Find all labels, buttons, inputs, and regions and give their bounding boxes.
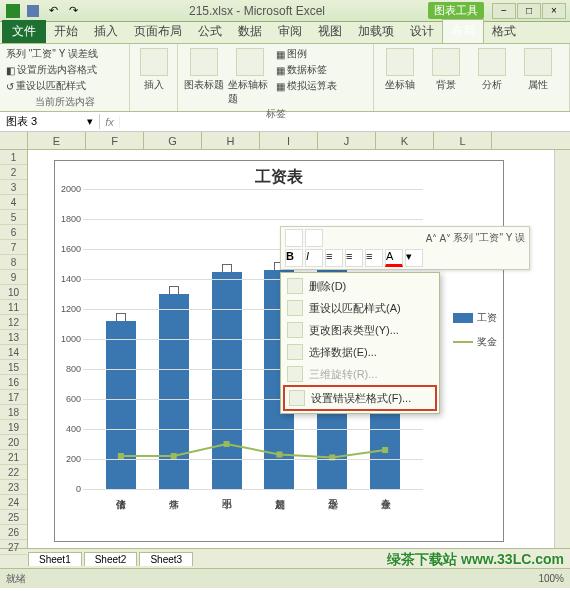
- row-header[interactable]: 22: [0, 465, 27, 480]
- excel-icon[interactable]: [4, 2, 22, 20]
- menu-change-chart-type[interactable]: 更改图表类型(Y)...: [283, 319, 437, 341]
- row-header[interactable]: 3: [0, 180, 27, 195]
- tab-format[interactable]: 格式: [484, 20, 524, 43]
- legend-button[interactable]: ▦图例: [274, 46, 339, 62]
- row-header[interactable]: 10: [0, 285, 27, 300]
- font-size-label: A˄: [426, 233, 438, 244]
- tab-page-layout[interactable]: 页面布局: [126, 20, 190, 43]
- menu-format-error-bars[interactable]: 设置错误栏格式(F)...: [283, 385, 437, 411]
- row-header[interactable]: 26: [0, 525, 27, 540]
- properties-button[interactable]: 属性: [516, 46, 560, 109]
- fx-label[interactable]: fx: [100, 116, 120, 128]
- legend-item[interactable]: 奖金: [453, 335, 497, 349]
- row-header[interactable]: 21: [0, 450, 27, 465]
- bold-button[interactable]: B: [285, 249, 303, 267]
- row-header[interactable]: 8: [0, 255, 27, 270]
- background-button[interactable]: 背景: [424, 46, 468, 109]
- row-header[interactable]: 19: [0, 420, 27, 435]
- menu-select-data[interactable]: 选择数据(E)...: [283, 341, 437, 363]
- redo-icon[interactable]: ↷: [64, 2, 82, 20]
- data-labels-button[interactable]: ▦数据标签: [274, 62, 339, 78]
- align-button[interactable]: ≡: [365, 249, 383, 267]
- row-header[interactable]: 2: [0, 165, 27, 180]
- tab-layout[interactable]: 布局: [442, 19, 484, 43]
- row-header[interactable]: 16: [0, 375, 27, 390]
- undo-icon[interactable]: ↶: [44, 2, 62, 20]
- sheet-tab[interactable]: Sheet2: [84, 552, 138, 566]
- maximize-button[interactable]: □: [517, 3, 541, 19]
- row-header[interactable]: 25: [0, 510, 27, 525]
- selection-dropdown[interactable]: 系列 "工资" Y 误差线: [4, 46, 100, 62]
- row-header[interactable]: 1: [0, 150, 27, 165]
- data-table-button[interactable]: ▦模拟运算表: [274, 78, 339, 94]
- chart-title[interactable]: 工资表: [55, 161, 503, 190]
- fill-color-button[interactable]: [285, 229, 303, 247]
- tab-view[interactable]: 视图: [310, 20, 350, 43]
- align-button[interactable]: ≡: [345, 249, 363, 267]
- vertical-scrollbar[interactable]: [554, 150, 570, 548]
- error-bar[interactable]: [116, 313, 126, 321]
- row-header[interactable]: 17: [0, 390, 27, 405]
- align-button[interactable]: ≡: [325, 249, 343, 267]
- menu-delete[interactable]: 删除(D): [283, 275, 437, 297]
- menu-reset-style[interactable]: 重设以匹配样式(A): [283, 297, 437, 319]
- row-header[interactable]: 12: [0, 315, 27, 330]
- row-header[interactable]: 27: [0, 540, 27, 555]
- save-icon[interactable]: [24, 2, 42, 20]
- row-header[interactable]: 4: [0, 195, 27, 210]
- col-header[interactable]: J: [318, 132, 376, 149]
- col-header[interactable]: I: [260, 132, 318, 149]
- row-header[interactable]: 15: [0, 360, 27, 375]
- format-selection-button[interactable]: ◧设置所选内容格式: [4, 62, 100, 78]
- reset-style-button[interactable]: ↺重设以匹配样式: [4, 78, 100, 94]
- bar[interactable]: [212, 272, 242, 490]
- bar[interactable]: [106, 321, 136, 489]
- row-header[interactable]: 13: [0, 330, 27, 345]
- col-header[interactable]: F: [86, 132, 144, 149]
- name-box[interactable]: 图表 3▾: [0, 114, 100, 129]
- select-all-corner[interactable]: [0, 132, 28, 149]
- axes-button[interactable]: 坐标轴: [378, 46, 422, 109]
- row-header[interactable]: 6: [0, 225, 27, 240]
- row-header[interactable]: 9: [0, 270, 27, 285]
- col-header[interactable]: G: [144, 132, 202, 149]
- italic-button[interactable]: I: [305, 249, 323, 267]
- tab-formulas[interactable]: 公式: [190, 20, 230, 43]
- file-tab[interactable]: 文件: [2, 20, 46, 43]
- col-header[interactable]: H: [202, 132, 260, 149]
- row-header[interactable]: 11: [0, 300, 27, 315]
- axis-title-icon: [236, 48, 264, 76]
- tab-insert[interactable]: 插入: [86, 20, 126, 43]
- col-header[interactable]: K: [376, 132, 434, 149]
- tab-data[interactable]: 数据: [230, 20, 270, 43]
- col-header[interactable]: E: [28, 132, 86, 149]
- legend-item[interactable]: 工资: [453, 311, 497, 325]
- row-header[interactable]: 20: [0, 435, 27, 450]
- row-header[interactable]: 24: [0, 495, 27, 510]
- more-button[interactable]: ▾: [405, 249, 423, 267]
- close-button[interactable]: ×: [542, 3, 566, 19]
- tab-home[interactable]: 开始: [46, 20, 86, 43]
- outline-button[interactable]: [305, 229, 323, 247]
- analysis-button[interactable]: 分析: [470, 46, 514, 109]
- error-bar[interactable]: [169, 286, 179, 294]
- row-header[interactable]: 7: [0, 240, 27, 255]
- font-color-button[interactable]: A: [385, 249, 403, 267]
- col-header[interactable]: L: [434, 132, 492, 149]
- chart-legend[interactable]: 工资 奖金: [453, 311, 497, 359]
- row-header[interactable]: 5: [0, 210, 27, 225]
- sheet-tab[interactable]: Sheet1: [28, 552, 82, 566]
- sheet-tab[interactable]: Sheet3: [139, 552, 193, 566]
- minimize-button[interactable]: −: [492, 3, 516, 19]
- tab-addins[interactable]: 加载项: [350, 20, 402, 43]
- row-header[interactable]: 14: [0, 345, 27, 360]
- zoom-level[interactable]: 100%: [538, 573, 564, 584]
- tab-design[interactable]: 设计: [402, 20, 442, 43]
- insert-button[interactable]: 插入: [134, 46, 173, 109]
- row-header[interactable]: 23: [0, 480, 27, 495]
- chart-title-button[interactable]: 图表标题: [182, 46, 226, 106]
- tab-review[interactable]: 审阅: [270, 20, 310, 43]
- axis-title-button[interactable]: 坐标轴标题: [228, 46, 272, 106]
- error-bar[interactable]: [222, 264, 232, 272]
- row-header[interactable]: 18: [0, 405, 27, 420]
